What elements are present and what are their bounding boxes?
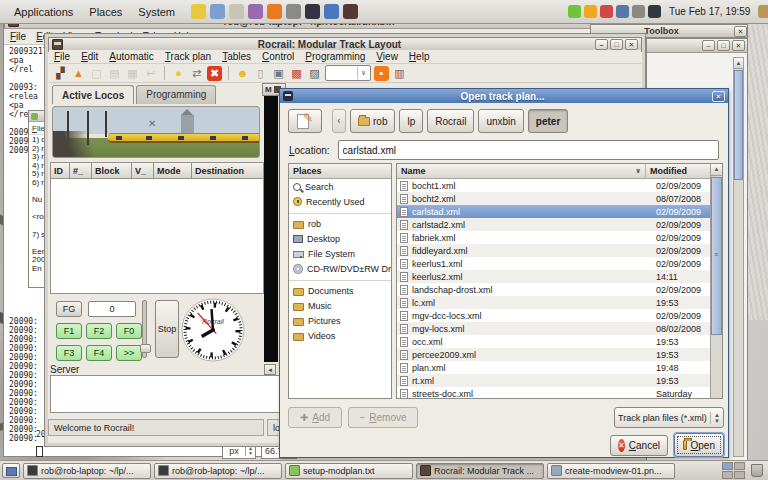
- loco-column-mode[interactable]: Mode: [154, 162, 192, 179]
- path-button-lp[interactable]: lp: [399, 109, 423, 133]
- file-row[interactable]: fabriek.xml02/09/2009: [397, 231, 722, 244]
- scrollbar[interactable]: ▲: [733, 57, 744, 457]
- menu-tables[interactable]: Tables: [222, 51, 251, 62]
- tab-active-locos[interactable]: Active Locos: [52, 85, 134, 104]
- minimize-icon[interactable]: –: [702, 40, 715, 51]
- canvas-scroll-left-icon[interactable]: ◂: [264, 364, 276, 375]
- monitor-tray-icon[interactable]: [648, 5, 661, 18]
- filter-combo[interactable]: Track plan files (*.xml) ▲▼: [614, 407, 724, 428]
- tab-programming[interactable]: Programming: [136, 85, 216, 104]
- place-item-documents[interactable]: Documents: [289, 283, 391, 298]
- volume-tray-icon[interactable]: [632, 5, 645, 18]
- location-input[interactable]: [338, 140, 719, 160]
- close-icon[interactable]: ✕: [712, 91, 725, 102]
- place-item-cd-rw-dvd-rw-drive[interactable]: CD-RW/DVD±RW Drive: [289, 261, 391, 276]
- workspace-1[interactable]: [722, 462, 733, 470]
- place-item-search[interactable]: Search: [289, 179, 391, 194]
- maximize-icon[interactable]: □: [717, 40, 730, 51]
- path-back-button[interactable]: ‹: [332, 109, 346, 133]
- column-name[interactable]: Name∨: [397, 164, 646, 179]
- trackplan-canvas[interactable]: [264, 96, 278, 362]
- file-row[interactable]: bocht2.xml08/07/2008: [397, 192, 722, 205]
- function-button-f0[interactable]: F0: [116, 323, 142, 339]
- path-button-peter[interactable]: peter: [528, 109, 568, 133]
- panel-clock[interactable]: Tue Feb 17, 19:59: [664, 6, 755, 17]
- scroll-up-icon[interactable]: ▲: [734, 58, 743, 69]
- notes-launcher-icon[interactable]: [229, 4, 244, 19]
- menu-track-plan[interactable]: Track plan: [165, 51, 211, 62]
- file-row[interactable]: rt.xml19:53: [397, 374, 722, 387]
- place-item-rob[interactable]: rob: [289, 216, 391, 231]
- panel-menu-applications[interactable]: Applications: [6, 6, 81, 18]
- menu-view[interactable]: View: [376, 51, 398, 62]
- file-row[interactable]: plan.xml19:48: [397, 361, 722, 374]
- package-launcher-icon[interactable]: [248, 4, 263, 19]
- panel-menu-system[interactable]: System: [130, 6, 183, 18]
- place-item-file-system[interactable]: File System: [289, 246, 391, 261]
- path-button-unxbin[interactable]: unxbin: [478, 109, 523, 133]
- lock-icon[interactable]: [758, 5, 768, 18]
- place-item-music[interactable]: Music: [289, 298, 391, 313]
- workspace-3[interactable]: [722, 471, 733, 479]
- firefox-launcher-icon[interactable]: [267, 4, 282, 19]
- taskbar-item-rob-rob-laptop[interactable]: rob@rob-laptop: ~/lp/...: [23, 463, 151, 479]
- loco-table-body[interactable]: [50, 179, 264, 294]
- taskbar-item-rob-rob-laptop[interactable]: rob@rob-laptop: ~/lp/...: [154, 463, 282, 479]
- function-button-f1[interactable]: F1: [56, 323, 82, 339]
- function-button--[interactable]: >>: [116, 345, 142, 361]
- taskbar-item-setup-modplan-[interactable]: setup-modplan.txt: [285, 463, 413, 479]
- file-row[interactable]: landschap-drost.xml02/09/2009: [397, 283, 722, 296]
- place-item-videos[interactable]: Videos: [289, 328, 391, 343]
- menu-help[interactable]: Help: [409, 51, 430, 62]
- function-button-f2[interactable]: F2: [86, 323, 112, 339]
- menu-control[interactable]: Control: [262, 51, 294, 62]
- function-button-f4[interactable]: F4: [86, 345, 112, 361]
- menu-programming[interactable]: Programming: [305, 51, 365, 62]
- manual-icon[interactable]: ▥: [392, 66, 407, 81]
- loco-column--[interactable]: #_: [70, 162, 92, 179]
- stop-button[interactable]: Stop: [155, 300, 179, 358]
- scrollbar-thumb[interactable]: [711, 177, 722, 335]
- train-launcher-icon[interactable]: [343, 4, 358, 19]
- column-modified[interactable]: Modified: [646, 164, 711, 179]
- place-item-desktop[interactable]: Desktop: [289, 231, 391, 246]
- erase-icon[interactable]: ▯: [253, 66, 268, 81]
- zoom-combo[interactable]: [325, 65, 371, 81]
- smiley-launcher-icon[interactable]: [191, 4, 206, 19]
- spinner-arrows-icon[interactable]: ▲▼: [245, 446, 255, 456]
- file-row[interactable]: keerlus1.xml02/09/2009: [397, 257, 722, 270]
- function-button-f3[interactable]: F3: [56, 345, 82, 361]
- network-launcher-icon[interactable]: [324, 4, 339, 19]
- select-icon[interactable]: ▣: [271, 66, 286, 81]
- close-icon[interactable]: ✕: [732, 40, 745, 51]
- image-window-titlebar[interactable]: – □ ✕: [647, 39, 747, 53]
- panel-menu-places[interactable]: Places: [81, 6, 130, 18]
- loco-column-destination[interactable]: Destination: [192, 162, 264, 179]
- remove-button[interactable]: −Remove: [348, 407, 418, 428]
- rocrail-server-icon[interactable]: ▞: [53, 66, 68, 81]
- scrollbar-thumb[interactable]: [734, 70, 743, 180]
- taskbar-item-create-modview[interactable]: create-modview-01.pn...: [547, 463, 675, 479]
- file-row[interactable]: mgv-locs.xml08/02/2008: [397, 322, 722, 335]
- pidgin-launcher-icon[interactable]: [210, 4, 225, 19]
- close-icon[interactable]: ✕: [734, 26, 747, 37]
- menu-automatic[interactable]: Automatic: [109, 51, 153, 62]
- cancel-button[interactable]: ✕Cancel: [610, 435, 668, 456]
- file-row[interactable]: mgv-dcc-locs.xml02/09/2009: [397, 309, 722, 322]
- taskbar-item-rocrail-modul[interactable]: Rocrail: Modular Track ...: [416, 463, 544, 479]
- menu-edit[interactable]: Edit: [81, 51, 98, 62]
- trash-icon[interactable]: [751, 464, 763, 477]
- loco-column-block[interactable]: Block: [92, 162, 132, 179]
- upload-icon[interactable]: ▲: [71, 66, 86, 81]
- file-row[interactable]: occ.xml19:53: [397, 335, 722, 348]
- add-button[interactable]: ✚Add: [288, 407, 342, 428]
- power-icon[interactable]: ●: [171, 66, 186, 81]
- close-icon[interactable]: ✕: [625, 39, 638, 50]
- emergency-break-icon[interactable]: ✖: [207, 66, 222, 81]
- type-filename-button[interactable]: ✎: [288, 109, 322, 133]
- screen-launcher-icon[interactable]: [305, 4, 320, 19]
- file-row[interactable]: lc.xml19:53: [397, 296, 722, 309]
- network-tray-icon[interactable]: [616, 5, 629, 18]
- analyser-icon[interactable]: ▨: [307, 66, 322, 81]
- dialog-titlebar[interactable]: Open track plan... ✕: [280, 89, 728, 103]
